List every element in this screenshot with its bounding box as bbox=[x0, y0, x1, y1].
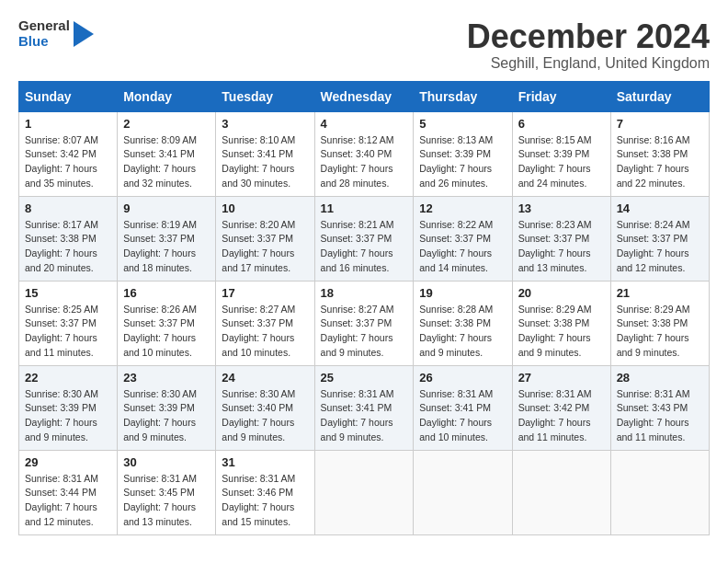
day-info: Sunrise: 8:26 AMSunset: 3:37 PMDaylight:… bbox=[123, 303, 210, 361]
day-info: Sunrise: 8:21 AMSunset: 3:37 PMDaylight:… bbox=[321, 218, 408, 276]
day-number: 21 bbox=[617, 286, 703, 300]
calendar-cell bbox=[610, 450, 709, 534]
calendar-cell: 11Sunrise: 8:21 AMSunset: 3:37 PMDayligh… bbox=[314, 196, 414, 281]
title-area: December 2024 Seghill, England, United K… bbox=[467, 18, 710, 72]
day-info: Sunrise: 8:30 AMSunset: 3:40 PMDaylight:… bbox=[222, 387, 308, 445]
day-info: Sunrise: 8:15 AMSunset: 3:39 PMDaylight:… bbox=[518, 133, 605, 191]
day-info: Sunrise: 8:23 AMSunset: 3:37 PMDaylight:… bbox=[518, 218, 605, 276]
day-number: 26 bbox=[419, 371, 506, 385]
day-number: 12 bbox=[419, 201, 506, 215]
day-info: Sunrise: 8:31 AMSunset: 3:43 PMDaylight:… bbox=[617, 387, 703, 445]
calendar-cell: 2Sunrise: 8:09 AMSunset: 3:41 PMDaylight… bbox=[118, 111, 216, 196]
calendar-cell: 27Sunrise: 8:31 AMSunset: 3:42 PMDayligh… bbox=[512, 365, 610, 450]
header-monday: Monday bbox=[118, 81, 216, 111]
month-title: December 2024 bbox=[467, 18, 710, 55]
day-info: Sunrise: 8:31 AMSunset: 3:45 PMDaylight:… bbox=[123, 472, 210, 530]
day-info: Sunrise: 8:25 AMSunset: 3:37 PMDaylight:… bbox=[25, 303, 111, 361]
calendar-cell: 10Sunrise: 8:20 AMSunset: 3:37 PMDayligh… bbox=[216, 196, 314, 281]
calendar-cell bbox=[414, 450, 512, 534]
day-number: 27 bbox=[518, 371, 605, 385]
day-info: Sunrise: 8:17 AMSunset: 3:38 PMDaylight:… bbox=[25, 218, 111, 276]
calendar-cell: 19Sunrise: 8:28 AMSunset: 3:38 PMDayligh… bbox=[414, 281, 512, 365]
day-info: Sunrise: 8:31 AMSunset: 3:41 PMDaylight:… bbox=[419, 387, 506, 445]
calendar-cell: 30Sunrise: 8:31 AMSunset: 3:45 PMDayligh… bbox=[118, 450, 216, 534]
day-number: 23 bbox=[123, 371, 210, 385]
header-tuesday: Tuesday bbox=[216, 81, 314, 111]
calendar-cell bbox=[512, 450, 610, 534]
day-number: 18 bbox=[321, 286, 408, 300]
day-number: 17 bbox=[222, 286, 308, 300]
calendar-cell: 3Sunrise: 8:10 AMSunset: 3:41 PMDaylight… bbox=[216, 111, 314, 196]
day-number: 30 bbox=[123, 455, 210, 469]
day-number: 11 bbox=[321, 201, 408, 215]
header-sunday: Sunday bbox=[19, 81, 118, 111]
calendar-cell: 23Sunrise: 8:30 AMSunset: 3:39 PMDayligh… bbox=[118, 365, 216, 450]
day-info: Sunrise: 8:29 AMSunset: 3:38 PMDaylight:… bbox=[617, 303, 703, 361]
day-info: Sunrise: 8:31 AMSunset: 3:42 PMDaylight:… bbox=[518, 387, 605, 445]
svg-marker-0 bbox=[74, 21, 94, 47]
day-info: Sunrise: 8:27 AMSunset: 3:37 PMDaylight:… bbox=[222, 303, 308, 361]
week-row-2: 8Sunrise: 8:17 AMSunset: 3:38 PMDaylight… bbox=[19, 196, 710, 281]
day-info: Sunrise: 8:20 AMSunset: 3:37 PMDaylight:… bbox=[222, 218, 308, 276]
calendar-cell: 15Sunrise: 8:25 AMSunset: 3:37 PMDayligh… bbox=[19, 281, 118, 365]
header-thursday: Thursday bbox=[414, 81, 512, 111]
day-number: 1 bbox=[25, 117, 111, 131]
calendar-cell: 1Sunrise: 8:07 AMSunset: 3:42 PMDaylight… bbox=[19, 111, 118, 196]
week-row-3: 15Sunrise: 8:25 AMSunset: 3:37 PMDayligh… bbox=[19, 281, 710, 365]
day-number: 7 bbox=[617, 117, 703, 131]
day-info: Sunrise: 8:12 AMSunset: 3:40 PMDaylight:… bbox=[321, 133, 408, 191]
header-friday: Friday bbox=[512, 81, 610, 111]
calendar-cell: 13Sunrise: 8:23 AMSunset: 3:37 PMDayligh… bbox=[512, 196, 610, 281]
day-info: Sunrise: 8:22 AMSunset: 3:37 PMDaylight:… bbox=[419, 218, 506, 276]
day-number: 20 bbox=[518, 286, 605, 300]
logo-general: General bbox=[18, 18, 70, 34]
logo-arrow-icon bbox=[74, 21, 94, 47]
calendar-cell: 28Sunrise: 8:31 AMSunset: 3:43 PMDayligh… bbox=[610, 365, 709, 450]
day-info: Sunrise: 8:07 AMSunset: 3:42 PMDaylight:… bbox=[25, 133, 111, 191]
header-saturday: Saturday bbox=[610, 81, 709, 111]
calendar-cell bbox=[314, 450, 414, 534]
day-number: 10 bbox=[222, 201, 308, 215]
day-number: 24 bbox=[222, 371, 308, 385]
day-info: Sunrise: 8:27 AMSunset: 3:37 PMDaylight:… bbox=[321, 303, 408, 361]
day-info: Sunrise: 8:31 AMSunset: 3:44 PMDaylight:… bbox=[25, 472, 111, 530]
calendar-cell: 21Sunrise: 8:29 AMSunset: 3:38 PMDayligh… bbox=[610, 281, 709, 365]
header-wednesday: Wednesday bbox=[314, 81, 414, 111]
day-info: Sunrise: 8:09 AMSunset: 3:41 PMDaylight:… bbox=[123, 133, 210, 191]
day-number: 16 bbox=[123, 286, 210, 300]
calendar-cell: 18Sunrise: 8:27 AMSunset: 3:37 PMDayligh… bbox=[314, 281, 414, 365]
logo: General Blue bbox=[18, 18, 94, 49]
day-info: Sunrise: 8:30 AMSunset: 3:39 PMDaylight:… bbox=[123, 387, 210, 445]
calendar-cell: 29Sunrise: 8:31 AMSunset: 3:44 PMDayligh… bbox=[19, 450, 118, 534]
calendar-cell: 9Sunrise: 8:19 AMSunset: 3:37 PMDaylight… bbox=[118, 196, 216, 281]
day-info: Sunrise: 8:31 AMSunset: 3:46 PMDaylight:… bbox=[222, 472, 308, 530]
calendar-cell: 12Sunrise: 8:22 AMSunset: 3:37 PMDayligh… bbox=[414, 196, 512, 281]
calendar-header-row: SundayMondayTuesdayWednesdayThursdayFrid… bbox=[19, 81, 710, 111]
day-number: 3 bbox=[222, 117, 308, 131]
week-row-4: 22Sunrise: 8:30 AMSunset: 3:39 PMDayligh… bbox=[19, 365, 710, 450]
calendar-cell: 17Sunrise: 8:27 AMSunset: 3:37 PMDayligh… bbox=[216, 281, 314, 365]
day-number: 8 bbox=[25, 201, 111, 215]
day-number: 2 bbox=[123, 117, 210, 131]
day-number: 28 bbox=[617, 371, 703, 385]
calendar-cell: 22Sunrise: 8:30 AMSunset: 3:39 PMDayligh… bbox=[19, 365, 118, 450]
calendar-cell: 8Sunrise: 8:17 AMSunset: 3:38 PMDaylight… bbox=[19, 196, 118, 281]
day-number: 19 bbox=[419, 286, 506, 300]
week-row-5: 29Sunrise: 8:31 AMSunset: 3:44 PMDayligh… bbox=[19, 450, 710, 534]
calendar-cell: 25Sunrise: 8:31 AMSunset: 3:41 PMDayligh… bbox=[314, 365, 414, 450]
day-number: 9 bbox=[123, 201, 210, 215]
day-info: Sunrise: 8:24 AMSunset: 3:37 PMDaylight:… bbox=[617, 218, 703, 276]
calendar-cell: 14Sunrise: 8:24 AMSunset: 3:37 PMDayligh… bbox=[610, 196, 709, 281]
calendar-cell: 7Sunrise: 8:16 AMSunset: 3:38 PMDaylight… bbox=[610, 111, 709, 196]
calendar-cell: 16Sunrise: 8:26 AMSunset: 3:37 PMDayligh… bbox=[118, 281, 216, 365]
day-number: 6 bbox=[518, 117, 605, 131]
day-info: Sunrise: 8:10 AMSunset: 3:41 PMDaylight:… bbox=[222, 133, 308, 191]
calendar-cell: 4Sunrise: 8:12 AMSunset: 3:40 PMDaylight… bbox=[314, 111, 414, 196]
subtitle: Seghill, England, United Kingdom bbox=[467, 55, 710, 72]
day-info: Sunrise: 8:30 AMSunset: 3:39 PMDaylight:… bbox=[25, 387, 111, 445]
calendar-cell: 26Sunrise: 8:31 AMSunset: 3:41 PMDayligh… bbox=[414, 365, 512, 450]
calendar-cell: 5Sunrise: 8:13 AMSunset: 3:39 PMDaylight… bbox=[414, 111, 512, 196]
calendar-cell: 31Sunrise: 8:31 AMSunset: 3:46 PMDayligh… bbox=[216, 450, 314, 534]
day-info: Sunrise: 8:13 AMSunset: 3:39 PMDaylight:… bbox=[419, 133, 506, 191]
day-number: 5 bbox=[419, 117, 506, 131]
